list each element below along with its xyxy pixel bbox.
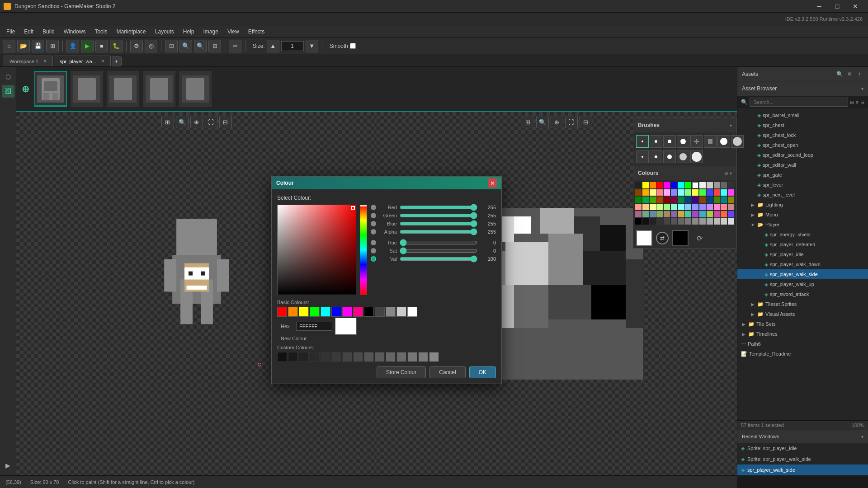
debug-button[interactable]: 🐛 [110,40,123,52]
swatch[interactable] [642,218,649,225]
brush-20px[interactable] [731,135,744,148]
asset-search-input[interactable] [750,98,848,107]
save-button[interactable]: 💾 [32,40,44,52]
basic-white[interactable] [407,307,417,317]
eyedropper-button[interactable]: ⟳ [694,233,705,244]
colours-header[interactable]: Colours ⊞ ▾ [633,166,736,180]
swatch[interactable] [714,197,720,203]
asset-spr-player-idle[interactable]: ◈ spr_player_idle [737,249,868,259]
tab-workspace1[interactable]: Workspace 1 ✕ [4,56,53,66]
hue-slider-input[interactable] [400,240,477,245]
swatch[interactable] [678,204,684,210]
swatch[interactable] [650,189,656,196]
menu-marketplace[interactable]: Marketplace [112,27,150,37]
hue-dot[interactable] [371,240,376,245]
swatch[interactable] [656,189,663,196]
swatch[interactable] [664,211,670,217]
swatch[interactable] [714,189,720,196]
swatch[interactable] [721,189,727,196]
custom-1[interactable] [277,352,287,362]
basic-yellow[interactable] [299,307,309,317]
swatch[interactable] [685,197,691,203]
swatch[interactable] [678,182,684,188]
sidebar-play-button[interactable]: ▶ [2,459,14,472]
asset-spr-chest[interactable]: ◈ spr_chest [737,120,868,130]
swatch[interactable] [650,182,656,188]
swatch[interactable] [656,197,663,203]
swap-colours[interactable]: ⇄ [656,232,669,244]
basic-black[interactable] [364,307,374,317]
menu-effects[interactable]: Effects [244,27,269,37]
menu-file[interactable]: File [2,27,19,37]
swatch[interactable] [685,182,691,188]
asset-folder-lighting[interactable]: ▶ 📁 Lighting [737,200,868,210]
swatch[interactable] [714,218,720,225]
swatch[interactable] [685,211,691,217]
grid-view-right-button[interactable]: ⊞ [522,116,534,128]
custom-9[interactable] [364,352,374,362]
swatch[interactable] [699,182,706,188]
zoom-out-right-button[interactable]: 🔍 [536,116,549,128]
asset-folder-timelines[interactable]: ▶ 📁 Timelines [737,329,868,339]
swatch[interactable] [699,204,706,210]
brush-lg[interactable] [677,150,689,163]
custom-5[interactable] [321,352,330,362]
menu-layouts[interactable]: Layouts [151,27,179,37]
basic-red[interactable] [277,307,287,317]
recent-spr-player-walk-side[interactable]: ◈ Sprite: spr_player_walk_side [737,454,868,465]
menu-build[interactable]: Build [38,27,59,37]
swatch[interactable] [707,182,713,188]
recent-windows-header[interactable]: Recent Windows ▾ [737,430,868,443]
recent-spr-player-walk-side-active[interactable]: ◈ spr_player_walk_side [737,465,868,475]
asset-folder-tile-sets[interactable]: ▶ 📁 Tile Sets [737,319,868,329]
swatch[interactable] [635,218,642,225]
basic-orange[interactable] [288,307,298,317]
hue-strip[interactable] [360,205,367,295]
swatch[interactable] [685,204,691,210]
swatch[interactable] [699,218,706,225]
frame-2[interactable] [71,71,103,107]
asset-spr-player-walk-down[interactable]: ◈ spr_player_walk_down [737,259,868,269]
custom-4[interactable] [310,352,320,362]
cancel-button[interactable]: Cancel [429,366,465,378]
maximize-button[interactable]: □ [828,0,846,13]
grid-button[interactable]: ⊞ [208,40,221,52]
swatch[interactable] [642,211,649,217]
custom-3[interactable] [299,352,309,362]
frame-1[interactable] [34,71,67,107]
swatch[interactable] [721,197,727,203]
swatch[interactable] [671,204,677,210]
sidebar-rooms-button[interactable]: ⬡ [2,70,14,83]
swatch[interactable] [699,211,706,217]
basic-grey[interactable] [386,307,396,317]
swatch[interactable] [692,211,698,217]
assets-search-toggle[interactable]: 🔍 [835,70,844,78]
custom-15[interactable] [429,352,439,362]
swatch[interactable] [728,211,734,217]
zoom-fit-button[interactable]: ⊡ [165,40,178,52]
swatch[interactable] [721,204,727,210]
tab-workspace1-close[interactable]: ✕ [43,58,47,64]
swatch[interactable] [642,204,649,210]
minimize-button[interactable]: ─ [810,0,828,13]
red-dot[interactable] [371,205,376,210]
swatch[interactable] [671,218,677,225]
save-all-button[interactable]: ⊞ [46,40,59,52]
asset-spr-editor-sound-loop[interactable]: ◈ spr_editor_sound_loop [737,150,868,160]
swatch[interactable] [671,189,677,196]
swatch[interactable] [721,182,727,188]
basic-light-grey[interactable] [396,307,406,317]
green-slider[interactable] [400,213,477,218]
profile-button[interactable]: 👤 [66,40,79,52]
swatch[interactable] [721,218,727,225]
swatch[interactable] [635,211,642,217]
swatch[interactable] [707,204,713,210]
swatch[interactable] [721,211,727,217]
swatch[interactable] [635,182,642,188]
zoom-in-canvas-button[interactable]: ⊕ [190,116,203,128]
swatch[interactable] [699,197,706,203]
settings-button[interactable]: ⚙ [130,40,143,52]
menu-image[interactable]: Image [199,27,223,37]
menu-help[interactable]: Help [179,27,199,37]
swatch[interactable] [699,189,706,196]
